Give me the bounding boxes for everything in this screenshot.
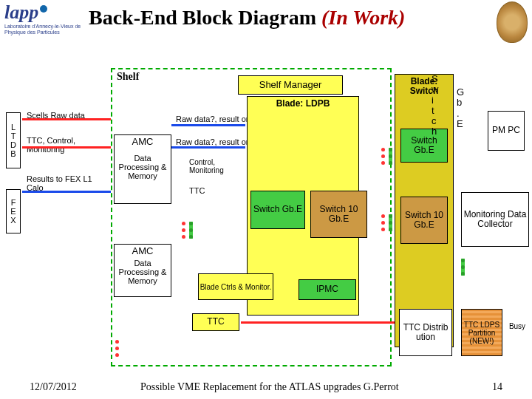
decor-dots xyxy=(115,340,119,357)
amc-sub-2: Data Processing & Memory xyxy=(115,259,171,285)
lapp-logo: lapp Laboratoire d'Annecy-le-Vieux de Ph… xyxy=(4,1,84,35)
shelf-label: Shelf xyxy=(117,71,139,83)
decor-dots xyxy=(389,214,392,231)
lapp-subtitle: Laboratoire d'Annecy-le-Vieux de Physiqu… xyxy=(4,24,84,35)
footer-text: Possible VME Replacement for the ATLAS u… xyxy=(140,381,399,393)
ipmc: IPMC xyxy=(299,279,356,300)
decor-dots xyxy=(381,148,385,165)
switch-vertical: S w i t c h xyxy=(432,74,438,137)
atlas-logo xyxy=(497,1,528,43)
switch-10gbe-2: Switch 10 Gb.E xyxy=(400,197,448,244)
switch-10gbe-1: Switch 10 Gb.E xyxy=(310,191,367,238)
arrow xyxy=(22,191,111,193)
ltdb-block: L T D B xyxy=(6,112,21,168)
footer-date: 12/07/2012 xyxy=(30,381,77,393)
pm-pc: PM PC xyxy=(488,111,525,151)
amc-sub-1: Data Processing & Memory xyxy=(115,154,171,180)
busy-label: Busy xyxy=(505,318,529,334)
edge-ttc-ctrl: TTC, Control, Monitoring xyxy=(27,136,93,154)
shelf-manager: Shelf Manager xyxy=(238,75,343,95)
lapp-text: lapp xyxy=(4,1,38,23)
switch-gbe-1: Switch Gb.E xyxy=(250,191,305,229)
switch-gbe-2: Switch Gb.E xyxy=(400,129,448,163)
amc-block-2: AMC Data Processing & Memory xyxy=(114,244,171,297)
arrow xyxy=(22,118,111,120)
amc-title-2: AMC xyxy=(115,245,171,256)
blade-ldpb-label: Blade: LDPB xyxy=(276,99,330,109)
ttc-ldps: TTC LDPS Partition (NEW!) xyxy=(461,309,502,356)
ttc-box: TTC xyxy=(192,313,239,331)
slide-title: Back-End Block Diagram (In Work) xyxy=(89,6,405,30)
edge-ctrl-mon: Control, Monitoring xyxy=(189,158,241,174)
arrow xyxy=(22,146,111,149)
blade-ctrls: Blade Ctrls & Monitor. xyxy=(198,273,273,300)
edge-results-fex: Results to FEX L1 Calo xyxy=(27,174,100,192)
blade-switch-label: Blade: Switch xyxy=(395,77,453,96)
fex-block: F E X xyxy=(6,189,21,233)
ttc-distribution: TTC Distrib ution xyxy=(399,309,452,356)
decor-dots xyxy=(381,214,385,231)
monitoring-collector: Monitoring Data Collector xyxy=(461,192,529,247)
decor-dots-green-1 xyxy=(189,222,193,239)
decor-dots-red-1 xyxy=(182,222,185,239)
arrow xyxy=(171,146,245,149)
title-inwork: (In Work) xyxy=(321,6,405,29)
amc-block-1: AMC Data Processing & Memory xyxy=(114,134,171,204)
decor-dots xyxy=(389,148,392,165)
footer-page-number: 14 xyxy=(492,381,502,393)
gbe-vertical: G b . E xyxy=(457,87,464,129)
arrow xyxy=(171,124,245,126)
edge-ttc-only: TTC xyxy=(189,186,205,195)
decor-dots xyxy=(461,259,465,276)
amc-title-1: AMC xyxy=(115,135,171,146)
title-main: Back-End Block Diagram xyxy=(89,6,321,29)
arrow xyxy=(241,321,395,324)
